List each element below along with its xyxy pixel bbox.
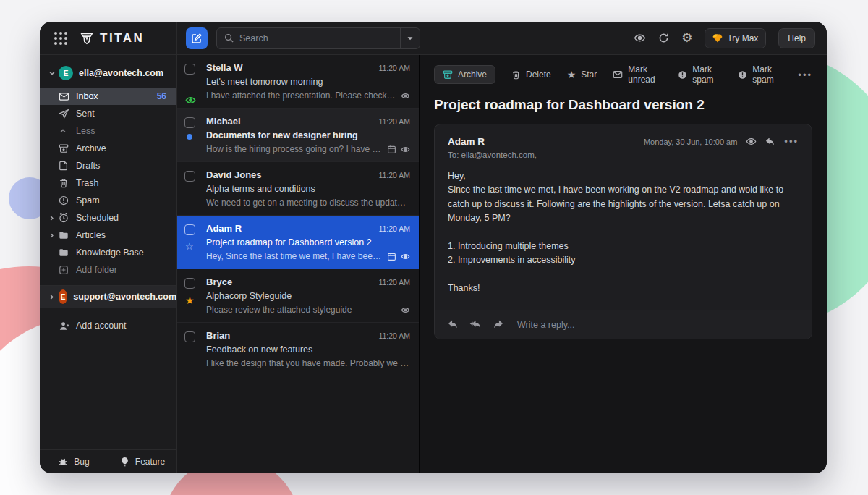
email-checkbox[interactable] xyxy=(184,117,195,128)
sidebar-item-add-folder[interactable]: Add folder xyxy=(40,261,176,279)
chevron-down-icon[interactable] xyxy=(48,69,59,77)
avatar: E xyxy=(59,66,73,80)
star-filled-icon[interactable]: ★ xyxy=(185,295,195,306)
refresh-icon[interactable] xyxy=(658,33,669,43)
reply-all-icon[interactable] xyxy=(469,319,482,330)
sidebar-item-spam[interactable]: Spam xyxy=(40,192,176,209)
reading-pane: Archive Delete ★ Star Mark unread xyxy=(420,55,827,473)
chevron-right-icon[interactable] xyxy=(48,215,59,221)
app-window: TITAN Search xyxy=(40,22,827,473)
email-checkbox[interactable] xyxy=(184,171,195,182)
reply-bar[interactable]: Write a reply... xyxy=(435,310,812,339)
tracking-eye-icon xyxy=(401,145,410,154)
search-options-dropdown[interactable] xyxy=(400,28,420,48)
read-receipt-eye-icon[interactable] xyxy=(746,136,757,147)
email-list-item[interactable]: David Jones11:20 AM Alpha terms and cond… xyxy=(177,162,419,216)
feature-label: Feature xyxy=(135,457,165,467)
alert-circle-icon xyxy=(738,70,747,80)
sidebar-item-trash[interactable]: Trash xyxy=(40,174,176,192)
alert-circle-icon xyxy=(59,195,76,206)
mark-spam-button[interactable]: Mark spam xyxy=(678,64,722,85)
person-plus-icon xyxy=(59,321,76,331)
sidebar-item-inbox[interactable]: Inbox 56 xyxy=(40,88,176,105)
account-secondary[interactable]: E support@avontech.com xyxy=(40,286,176,308)
chevron-right-icon[interactable] xyxy=(48,294,59,300)
forward-icon[interactable] xyxy=(493,319,503,330)
settings-gear-icon[interactable]: ⚙ xyxy=(681,32,692,44)
reply-icon[interactable] xyxy=(448,319,459,330)
mark-spam-label: Mark spam xyxy=(752,64,782,85)
email-list-item-selected[interactable]: ☆ Adam R11:20 AM Project roadmap for Das… xyxy=(177,216,419,269)
message-body: Hey, Since the last time we met, I have … xyxy=(435,159,812,310)
scheduled-clock-icon xyxy=(59,213,76,223)
draft-file-icon xyxy=(59,161,76,171)
message-toolbar: Archive Delete ★ Star Mark unread xyxy=(434,64,812,85)
feature-button[interactable]: Feature xyxy=(109,450,176,473)
email-list-item[interactable]: Stella W11:20 AM Let's meet tomorrow mor… xyxy=(177,55,419,109)
sidebar-item-articles[interactable]: Articles xyxy=(40,227,176,244)
tracking-eye-icon xyxy=(401,305,410,315)
app-grid-icon[interactable] xyxy=(54,32,67,45)
envelope-icon xyxy=(59,91,76,102)
sidebar-item-scheduled[interactable]: Scheduled xyxy=(40,209,176,227)
star-outline-icon[interactable]: ☆ xyxy=(185,241,194,252)
sidebar-item-label: Scheduled xyxy=(76,213,119,223)
sidebar-item-sent[interactable]: Sent xyxy=(40,105,176,122)
gem-icon xyxy=(712,34,723,43)
star-button[interactable]: ★ Star xyxy=(567,69,597,80)
email-list-item[interactable]: Michael11:20 AM Documents for new design… xyxy=(177,109,419,162)
sidebar-item-knowledge-base[interactable]: Knowledge Base xyxy=(40,244,176,261)
archive-button[interactable]: Archive xyxy=(434,65,495,84)
bug-icon xyxy=(58,457,68,467)
email-snippet: How is the hiring process going on? I ha… xyxy=(206,144,383,154)
sidebar-item-archive[interactable]: Archive xyxy=(40,140,176,157)
message-date: Monday, 30 Jun, 10:00 am xyxy=(644,138,737,146)
compose-button[interactable] xyxy=(186,28,208,49)
email-checkbox[interactable] xyxy=(184,64,195,75)
email-subject: Let's meet tomorrow morning xyxy=(206,77,410,87)
star-icon: ★ xyxy=(567,69,576,80)
topbar-right: ⚙ Try Max Help xyxy=(634,22,827,54)
search-bar[interactable]: Search xyxy=(216,28,420,49)
message-more-icon[interactable]: ••• xyxy=(784,136,799,147)
mark-spam-button-2[interactable]: Mark spam xyxy=(738,64,782,85)
help-button[interactable]: Help xyxy=(778,28,815,48)
try-max-button[interactable]: Try Max xyxy=(705,28,766,48)
add-account-button[interactable]: Add account xyxy=(40,315,176,337)
email-checkbox[interactable] xyxy=(184,278,195,289)
tracking-eye-icon xyxy=(401,252,410,261)
archive-label: Archive xyxy=(458,69,487,80)
email-subject: Feedback on new features xyxy=(206,344,410,355)
sidebar-item-label: Inbox xyxy=(76,91,98,101)
message-header: Adam R To: ella@avontech.com, Monday, 30… xyxy=(435,124,812,159)
sidebar-item-drafts[interactable]: Drafts xyxy=(40,157,176,174)
mark-unread-button[interactable]: Mark unread xyxy=(613,64,662,85)
account-primary[interactable]: E ella@avontech.com xyxy=(40,62,176,84)
sidebar-item-label: Trash xyxy=(76,178,99,188)
email-sender: Bryce xyxy=(206,276,232,287)
compose-icon xyxy=(191,33,203,44)
delete-button[interactable]: Delete xyxy=(511,69,551,80)
read-receipts-eye-icon[interactable] xyxy=(634,32,646,44)
sidebar-item-label: Archive xyxy=(76,143,106,153)
sidebar-item-less[interactable]: Less xyxy=(40,122,176,140)
email-checkbox[interactable] xyxy=(184,224,195,235)
email-sender: Adam R xyxy=(206,223,242,234)
chevron-right-icon[interactable] xyxy=(48,232,59,239)
sidebar-item-label: Drafts xyxy=(76,161,100,171)
bug-button[interactable]: Bug xyxy=(40,450,109,473)
account-email: support@avontech.com xyxy=(73,292,176,302)
email-list-item[interactable]: ★ Bryce11:20 AM Alphacorp Styleguide Ple… xyxy=(177,269,419,323)
message-subject-title: Project roadmap for Dashboard version 2 xyxy=(434,97,812,113)
email-subject: Documents for new designer hiring xyxy=(206,130,410,140)
more-actions-icon[interactable]: ••• xyxy=(798,69,812,80)
search-icon xyxy=(224,33,234,43)
reply-icon[interactable] xyxy=(765,137,775,147)
chevron-up-icon xyxy=(59,127,76,135)
email-subject: Alpha terms and conditions xyxy=(206,184,410,194)
email-snippet: Please review the attached styleguide xyxy=(206,305,396,315)
search-input[interactable]: Search xyxy=(217,33,400,43)
email-list-item[interactable]: Brian11:20 AM Feedback on new features I… xyxy=(177,323,419,376)
email-checkbox[interactable] xyxy=(184,331,195,342)
email-sender: David Jones xyxy=(206,169,262,180)
